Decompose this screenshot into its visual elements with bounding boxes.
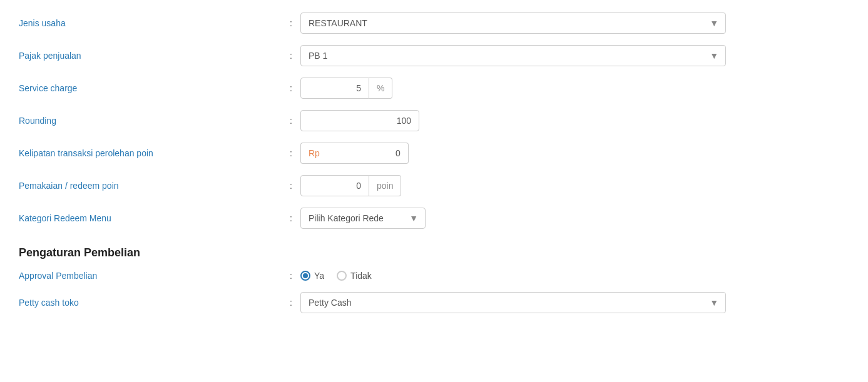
approval-tidak-radio[interactable] — [337, 271, 347, 281]
approval-ya-label: Ya — [314, 271, 324, 281]
petty-cash-control: Petty Cash Kas Kecil ▼ — [300, 292, 726, 313]
petty-cash-select-wrapper: Petty Cash Kas Kecil ▼ — [300, 292, 726, 313]
petty-cash-select[interactable]: Petty Cash Kas Kecil — [300, 292, 726, 313]
petty-cash-label: Petty cash toko — [19, 298, 282, 308]
kelipatan-input[interactable] — [327, 143, 409, 164]
colon-4: : — [282, 116, 300, 126]
colon-8: : — [282, 271, 300, 281]
pemakaian-suffix: poin — [369, 175, 401, 196]
colon-1: : — [282, 18, 300, 28]
pajak-penjualan-select[interactable]: PB 1 PB 2 PPN — [300, 45, 726, 66]
jenis-usaha-label: Jenis usaha — [19, 18, 282, 28]
kategori-redeem-select-wrapper: Pilih Kategori Rede ▼ — [300, 208, 426, 229]
colon-5: : — [282, 148, 300, 158]
kelipatan-control: Rp — [300, 143, 726, 164]
jenis-usaha-select[interactable]: RESTAURANT RETAIL CAFE HOTEL — [300, 13, 726, 34]
pemakaian-input-group: poin — [300, 175, 726, 196]
service-charge-label: Service charge — [19, 83, 282, 93]
pemakaian-control: poin — [300, 175, 726, 196]
jenis-usaha-select-wrapper: RESTAURANT RETAIL CAFE HOTEL ▼ — [300, 13, 726, 34]
pajak-penjualan-row: Pajak penjualan : PB 1 PB 2 PPN ▼ — [19, 45, 849, 66]
pajak-penjualan-select-wrapper: PB 1 PB 2 PPN ▼ — [300, 45, 726, 66]
approval-pembelian-control: Ya Tidak — [300, 271, 726, 281]
kategori-redeem-row: Kategori Redeem Menu : Pilih Kategori Re… — [19, 208, 849, 229]
approval-tidak-label: Tidak — [350, 271, 372, 281]
approval-ya-radio[interactable] — [300, 271, 310, 281]
approval-tidak-option[interactable]: Tidak — [337, 271, 372, 281]
approval-radio-group: Ya Tidak — [300, 271, 726, 281]
rounding-input[interactable] — [300, 110, 419, 131]
kategori-redeem-label: Kategori Redeem Menu — [19, 213, 282, 223]
pemakaian-label: Pemakaian / redeem poin — [19, 181, 282, 191]
rounding-control — [300, 110, 726, 131]
pemakaian-row: Pemakaian / redeem poin : poin — [19, 175, 849, 196]
kategori-redeem-control: Pilih Kategori Rede ▼ — [300, 208, 726, 229]
approval-pembelian-label: Approval Pembelian — [19, 271, 282, 281]
approval-pembelian-row: Approval Pembelian : Ya Tidak — [19, 271, 849, 281]
kelipatan-prefix: Rp — [300, 143, 327, 164]
petty-cash-row: Petty cash toko : Petty Cash Kas Kecil ▼ — [19, 292, 849, 313]
rounding-row: Rounding : — [19, 110, 849, 131]
jenis-usaha-row: Jenis usaha : RESTAURANT RETAIL CAFE HOT… — [19, 13, 849, 34]
kelipatan-label: Kelipatan transaksi perolehan poin — [19, 148, 282, 158]
colon-3: : — [282, 83, 300, 93]
kelipatan-input-group: Rp — [300, 143, 726, 164]
colon-2: : — [282, 51, 300, 61]
colon-6: : — [282, 181, 300, 191]
pemakaian-input[interactable] — [300, 175, 369, 196]
service-charge-control: % — [300, 78, 726, 99]
service-charge-input[interactable] — [300, 78, 369, 99]
kelipatan-row: Kelipatan transaksi perolehan poin : Rp — [19, 143, 849, 164]
service-charge-input-group: % — [300, 78, 726, 99]
service-charge-row: Service charge : % — [19, 78, 849, 99]
colon-7: : — [282, 213, 300, 223]
rounding-label: Rounding — [19, 116, 282, 126]
section-pembelian-header: Pengaturan Pembelian — [19, 246, 849, 259]
jenis-usaha-control: RESTAURANT RETAIL CAFE HOTEL ▼ — [300, 13, 726, 34]
approval-ya-option[interactable]: Ya — [300, 271, 324, 281]
kategori-redeem-select[interactable]: Pilih Kategori Rede — [300, 208, 426, 229]
colon-9: : — [282, 298, 300, 308]
service-charge-suffix: % — [369, 78, 392, 99]
pajak-penjualan-control: PB 1 PB 2 PPN ▼ — [300, 45, 726, 66]
pajak-penjualan-label: Pajak penjualan — [19, 51, 282, 61]
